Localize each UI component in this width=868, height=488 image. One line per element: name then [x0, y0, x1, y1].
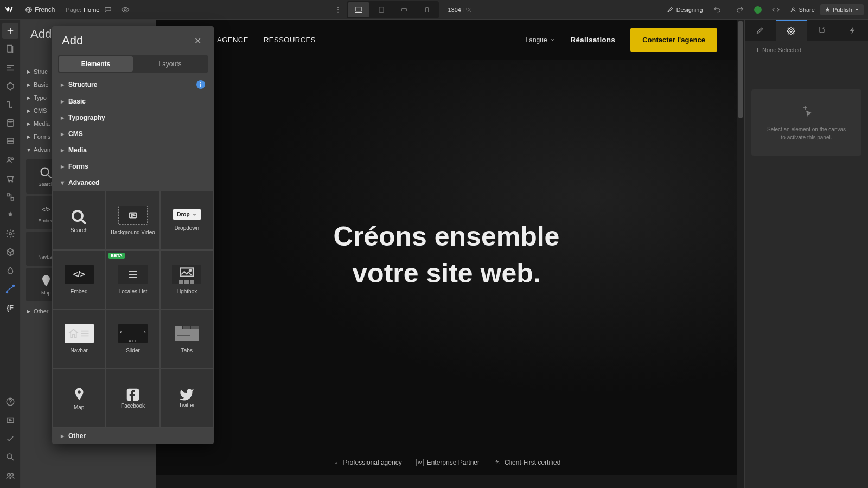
element-navbar[interactable]: Navbar [52, 310, 106, 369]
more-icon[interactable] [329, 1, 347, 18]
rocket-icon [825, 7, 831, 12]
help-icon[interactable] [2, 394, 18, 410]
selector-field[interactable]: None Selected [745, 41, 868, 59]
tab-elements[interactable]: Elements [59, 56, 133, 72]
design-canvas[interactable]: AGENCE RESSOURCES Langue Réalisations Co… [156, 20, 744, 488]
map-pin-icon [71, 385, 87, 404]
element-tabs[interactable]: Tabs [160, 310, 214, 369]
svg-point-19 [9, 233, 11, 235]
element-facebook[interactable]: Facebook [106, 369, 159, 428]
slider-icon: ‹› [118, 324, 148, 343]
breakpoint-mobile[interactable] [416, 2, 438, 17]
save-status-icon [754, 6, 762, 14]
add-elements-icon[interactable] [2, 23, 18, 39]
section-cms[interactable]: ▶CMS [52, 126, 214, 142]
hero-heading[interactable]: Créons ensemblevotre site web. [334, 219, 560, 292]
nav-language-dropdown[interactable]: Langue [526, 36, 556, 44]
nav-link-agence[interactable]: AGENCE [217, 36, 248, 44]
panel-tab-settings[interactable] [776, 20, 807, 41]
breakpoint-mobile-landscape[interactable] [393, 2, 415, 17]
svg-rect-29 [754, 48, 758, 52]
navigator-icon[interactable] [2, 60, 18, 76]
chevron-down-icon [854, 7, 859, 12]
section-forms[interactable]: ▶Forms [52, 158, 214, 175]
variables-icon[interactable] [2, 97, 18, 113]
panel-tab-effects[interactable] [837, 20, 868, 41]
brush-icon [667, 6, 674, 13]
tab-layouts[interactable]: Layouts [133, 56, 207, 72]
color-icon[interactable] [2, 262, 18, 279]
badge-clientfirst: fsClient-First certified [494, 459, 560, 466]
video-tutorial-icon[interactable] [2, 412, 18, 428]
export-code-icon[interactable] [767, 1, 784, 18]
beta-badge: BETA [108, 253, 124, 259]
current-page-name[interactable]: Home [84, 7, 99, 13]
svg-point-26 [10, 473, 13, 476]
nav-link-ressources[interactable]: RESSOURCES [264, 36, 316, 44]
shield-icon: ⬨ [333, 459, 340, 466]
comments-icon[interactable] [99, 1, 117, 18]
canvas-scrollbar[interactable] [737, 20, 744, 488]
canvas-width-readout[interactable]: 1304PX [448, 7, 471, 13]
mode-toggle[interactable]: Designing [667, 6, 703, 13]
settings-icon[interactable] [2, 226, 18, 242]
preview-eye-icon[interactable] [117, 1, 134, 18]
undo-icon[interactable] [709, 1, 726, 18]
assets-icon[interactable] [2, 244, 18, 260]
cms-icon[interactable] [2, 133, 18, 150]
publish-button[interactable]: Publish [820, 4, 864, 15]
team-icon[interactable] [2, 467, 18, 484]
panel-tab-style[interactable] [745, 20, 776, 41]
advanced-elements-grid: Search Background Video DropDropdown </>… [52, 191, 214, 428]
section-structure[interactable]: ▶Structurei [52, 76, 214, 93]
users-icon[interactable] [2, 152, 18, 168]
element-lightbox[interactable]: Lightbox [160, 250, 214, 309]
audit-icon[interactable] [2, 431, 18, 447]
element-twitter[interactable]: Twitter [160, 369, 214, 428]
components-icon[interactable] [2, 78, 18, 94]
section-media[interactable]: ▶Media [52, 142, 214, 158]
element-locales-list[interactable]: BETALocales List [106, 250, 159, 309]
panel-tab-interactions[interactable] [807, 20, 838, 41]
breakpoint-tablet[interactable] [371, 2, 392, 17]
svg-rect-11 [7, 46, 12, 52]
element-background-video[interactable]: Background Video [106, 191, 159, 250]
style-manager-icon[interactable] [2, 115, 18, 131]
empty-state: Select an element on the canvas to activ… [751, 89, 861, 156]
nav-cta-button[interactable]: Contacter l'agence [630, 28, 717, 52]
finsweet-icon[interactable]: {F [2, 299, 18, 316]
section-typography[interactable]: ▶Typography [52, 110, 214, 126]
hero-section[interactable]: Créons ensemblevotre site web. [156, 60, 737, 450]
element-slider[interactable]: ‹›Slider [106, 310, 159, 369]
webflow-logo-icon[interactable] [4, 4, 16, 16]
close-button[interactable]: ✕ [191, 34, 204, 47]
certification-badges: ⬨Professional agency wEnterprise Partner… [156, 450, 737, 488]
ecommerce-icon[interactable] [2, 170, 18, 187]
list-icon [118, 265, 148, 284]
left-toolbar: {F [0, 20, 21, 488]
element-dropdown[interactable]: DropDropdown [160, 191, 214, 250]
breakpoint-desktop[interactable] [348, 2, 369, 17]
info-icon[interactable]: i [196, 80, 205, 89]
svg-rect-7 [402, 8, 407, 11]
locale-switcher[interactable]: French [22, 4, 58, 16]
add-elements-popup: Add ✕ Elements Layouts ▶Structurei ▶Basi… [52, 26, 214, 444]
share-button[interactable]: Share [790, 7, 815, 13]
svg-point-21 [12, 285, 14, 287]
section-basic[interactable]: ▶Basic [52, 93, 214, 110]
svg-rect-8 [426, 7, 429, 12]
scrollbar-thumb[interactable] [738, 21, 743, 118]
pages-icon[interactable] [2, 41, 18, 57]
section-other[interactable]: ▶Other [52, 428, 214, 444]
logic-icon[interactable] [2, 189, 18, 205]
element-map[interactable]: Map [52, 369, 106, 428]
element-search[interactable]: Search [52, 191, 106, 250]
apps-icon[interactable] [2, 207, 18, 223]
search-icon[interactable] [2, 449, 18, 465]
svg-point-2 [337, 7, 339, 8]
bezier-icon[interactable] [2, 281, 18, 297]
element-embed[interactable]: </>Embed [52, 250, 106, 309]
nav-link-realisations[interactable]: Réalisations [571, 36, 616, 44]
section-advanced[interactable]: ▶Advanced [52, 175, 214, 191]
redo-icon[interactable] [731, 1, 749, 18]
